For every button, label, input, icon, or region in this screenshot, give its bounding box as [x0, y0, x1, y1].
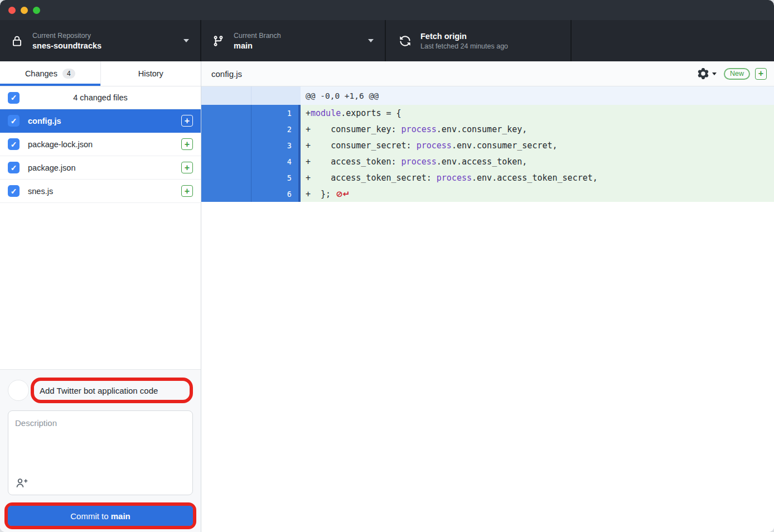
current-repository-dropdown[interactable]: Current Repository snes-soundtracks [0, 20, 201, 61]
commit-button[interactable]: Commit to main [8, 506, 193, 526]
diff-lines: 1+module.exports = {2+ consumer_key: pro… [201, 105, 774, 202]
sidebar-tabs: Changes 4 History [0, 61, 201, 86]
old-line-number-gutter[interactable] [201, 121, 251, 137]
new-line-number-gutter[interactable]: 4 [251, 153, 298, 170]
window-titlebar [0, 0, 774, 20]
diff-panel: config.js New + [201, 61, 774, 532]
new-line-number-gutter[interactable]: 5 [251, 170, 298, 186]
tab-history[interactable]: History [100, 61, 201, 86]
diff-options-dropdown[interactable] [698, 68, 717, 79]
current-branch-dropdown[interactable]: Current Branch main [201, 20, 386, 61]
code-segment: .exports = { [341, 108, 401, 118]
file-name: config.js [28, 117, 181, 125]
select-all-checkbox[interactable]: ✓ [8, 92, 20, 104]
code-segment: .env.consumer_secret, [452, 141, 558, 151]
added-status-icon: + [181, 185, 193, 197]
changed-files-list: ✓config.js+✓package-lock.json+✓package.j… [0, 109, 201, 203]
diff-empty-area [201, 202, 774, 532]
diff-line-code: +module.exports = { [301, 105, 774, 121]
zoom-button[interactable] [33, 7, 40, 14]
commit-form: Add Twitter bot application code Descrip… [0, 369, 201, 532]
diff-controls: New + [698, 68, 767, 80]
file-name: package-lock.json [28, 140, 181, 149]
diff-line-3: 3+ consumer_secret: process.env.consumer… [201, 137, 774, 153]
current-repository-value: snes-soundtracks [32, 41, 101, 50]
file-row-package.json[interactable]: ✓package.json+ [0, 156, 201, 180]
current-branch-value: main [234, 41, 281, 50]
add-coauthor-icon[interactable] [16, 477, 28, 489]
new-line-number-gutter[interactable]: 2 [251, 121, 298, 137]
hunk-gutter [201, 86, 301, 105]
current-branch-label: Current Branch [234, 32, 281, 40]
no-newline-icon: ⊘↵ [336, 189, 350, 199]
diff-view: @@ -0,0 +1,6 @@ 1+module.exports = {2+ c… [201, 86, 774, 202]
fetch-origin-title: Fetch origin [420, 32, 508, 41]
old-line-number-gutter[interactable] [201, 137, 251, 153]
added-status-icon: + [181, 162, 193, 173]
diff-line-code: + access_token: process.env.access_token… [301, 153, 774, 170]
file-name: package.json [28, 163, 181, 172]
old-line-number-gutter[interactable] [201, 170, 251, 186]
commit-summary-row: Add Twitter bot application code [8, 378, 193, 403]
code-segment: .env.access_token, [437, 157, 528, 167]
file-checkbox[interactable]: ✓ [8, 185, 20, 197]
code-segment: + consumer_key: [306, 124, 401, 134]
diff-file-title: config.js [211, 69, 242, 79]
commit-summary-input[interactable]: Add Twitter bot application code [40, 386, 158, 395]
new-file-badge: New [724, 68, 750, 80]
code-segment: process [417, 141, 452, 151]
file-checkbox[interactable]: ✓ [8, 115, 20, 127]
file-checkbox[interactable]: ✓ [8, 162, 20, 173]
new-line-number-gutter[interactable]: 6 [251, 186, 298, 202]
file-checkbox[interactable]: ✓ [8, 138, 20, 150]
changed-files-count: 4 changed files [0, 93, 201, 102]
current-repository-label: Current Repository [32, 32, 101, 40]
checkmark-icon: ✓ [11, 141, 17, 148]
code-segment [331, 189, 336, 199]
avatar [8, 380, 29, 401]
old-line-number-gutter[interactable] [201, 105, 251, 121]
new-line-number-gutter[interactable]: 3 [251, 137, 298, 153]
tab-changes-label: Changes [25, 69, 57, 78]
select-all-row: ✓ 4 changed files [0, 86, 201, 109]
old-line-number-gutter[interactable] [201, 153, 251, 170]
file-row-snes.js[interactable]: ✓snes.js+ [0, 180, 201, 203]
fetch-origin-button[interactable]: Fetch origin Last fetched 24 minutes ago [386, 20, 572, 61]
tab-changes[interactable]: Changes 4 [0, 61, 100, 86]
code-segment: + }; [306, 189, 331, 199]
content-area: Changes 4 History ✓ 4 changed files ✓con… [0, 61, 774, 532]
code-segment: + [306, 108, 311, 118]
code-segment: + access_token_secret: [306, 173, 437, 183]
code-segment: + access_token: [306, 157, 401, 167]
old-line-number-gutter[interactable] [201, 186, 251, 202]
diff-header: config.js New + [201, 61, 774, 86]
file-row-config.js[interactable]: ✓config.js+ [0, 109, 201, 133]
code-segment: process [437, 173, 472, 183]
summary-highlight-annotation: Add Twitter bot application code [31, 378, 193, 403]
changes-count-badge: 4 [62, 69, 75, 79]
diff-line-1: 1+module.exports = { [201, 105, 774, 121]
checkmark-icon: ✓ [11, 117, 17, 125]
chevron-down-icon [368, 39, 374, 42]
diff-line-2: 2+ consumer_key: process.env.consumer_ke… [201, 121, 774, 137]
diff-line-4: 4+ access_token: process.env.access_toke… [201, 153, 774, 170]
code-segment: .env.access_token_secret, [472, 173, 598, 183]
commit-button-annotation: Commit to main [4, 502, 196, 529]
minimize-button[interactable] [21, 7, 28, 14]
new-line-number-gutter[interactable]: 1 [251, 105, 298, 121]
hunk-header-text: @@ -0,0 +1,6 @@ [301, 86, 774, 105]
file-row-package-lock.json[interactable]: ✓package-lock.json+ [0, 133, 201, 156]
code-segment: process [401, 124, 437, 134]
diff-line-code: + }; ⊘↵ [301, 186, 774, 202]
checkmark-icon: ✓ [11, 94, 17, 101]
commit-button-branch: main [111, 511, 130, 521]
diff-line-6: 6+ }; ⊘↵ [201, 186, 774, 202]
chevron-down-icon [183, 39, 189, 42]
added-status-icon: + [181, 138, 193, 150]
diff-line-5: 5+ access_token_secret: process.env.acce… [201, 170, 774, 186]
code-segment: module [311, 108, 341, 118]
toolbar: Current Repository snes-soundtracks Curr… [0, 20, 774, 61]
commit-description-input[interactable]: Description [8, 410, 193, 495]
close-button[interactable] [8, 7, 16, 14]
description-placeholder: Description [15, 418, 57, 428]
